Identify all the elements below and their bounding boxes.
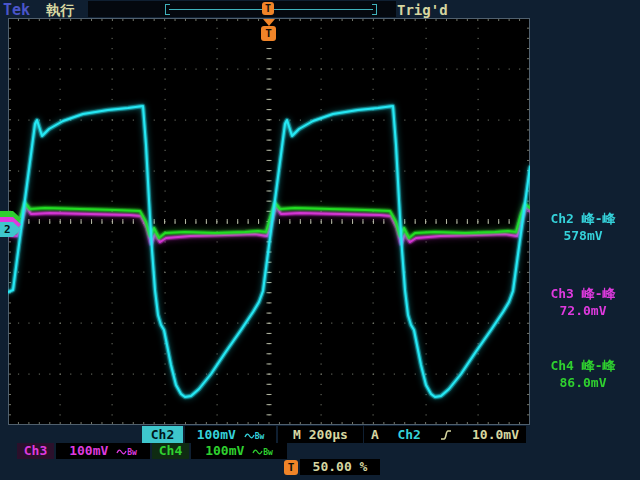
measurement-ch3-pkpk: Ch3 峰-峰 72.0mV: [528, 285, 638, 319]
timebase-readout: M 200μs: [278, 426, 363, 443]
measurement-value: 578mV: [528, 227, 638, 244]
trigger-level: 10.0mV: [472, 426, 519, 443]
record-trigger-position-icon: T: [262, 2, 274, 15]
ch3-channel-badge: Ch3: [17, 443, 54, 459]
ch2-scale-readout: 100mV Bw: [185, 426, 276, 443]
trigger-position-arrow-icon: [263, 19, 275, 26]
measurement-value: 86.0mV: [528, 374, 638, 391]
oscilloscope-screen: Tek 執行 T Trig'd T 2 Ch2 峰-峰 578mV Ch3 峰-…: [0, 0, 640, 480]
ac-coupling-icon: [252, 447, 263, 457]
measurement-label: Ch2 峰-峰: [528, 210, 638, 227]
measurement-label: Ch3 峰-峰: [528, 285, 638, 302]
horizontal-position-readout: 50.00 %: [300, 459, 380, 475]
ac-coupling-icon: [244, 431, 255, 441]
measurement-value: 72.0mV: [528, 302, 638, 319]
measurement-ch4-pkpk: Ch4 峰-峰 86.0mV: [528, 357, 638, 391]
ch3-scale-readout: 100mV Bw: [56, 443, 150, 459]
ac-coupling-icon: [116, 447, 127, 457]
trigger-mode: A: [371, 426, 379, 443]
ch4-channel-badge: Ch4: [152, 443, 189, 459]
ch4-scale-readout: 100mV Bw: [191, 443, 287, 459]
trigger-source: Ch2: [397, 426, 420, 443]
record-view-right-bracket-icon: [372, 4, 377, 15]
rising-edge-icon: [439, 428, 453, 442]
graticule-waveform-canvas: [8, 18, 530, 425]
measurement-ch2-pkpk: Ch2 峰-峰 578mV: [528, 210, 638, 244]
trigger-readout: A Ch2 10.0mV: [364, 426, 526, 443]
measurement-label: Ch4 峰-峰: [528, 357, 638, 374]
trigger-status-label: Trig'd: [397, 2, 448, 18]
trigger-position-badge: T: [261, 26, 276, 41]
horizontal-trigger-icon: T: [284, 460, 298, 475]
tek-logo: Tek: [3, 1, 30, 19]
ch2-channel-badge: Ch2: [142, 426, 183, 443]
